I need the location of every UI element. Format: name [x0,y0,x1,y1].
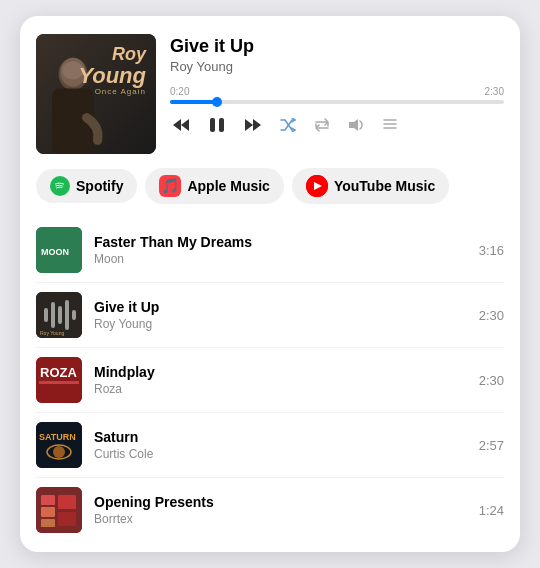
svg-rect-35 [41,507,55,517]
album-artist-young: Young [78,65,146,87]
svg-marker-8 [245,119,253,131]
track-item-title: Opening Presents [94,494,467,510]
track-item-duration: 2:57 [479,438,504,453]
progress-times: 0:20 2:30 [170,86,504,97]
track-item-info: Mindplay Roza [94,364,467,396]
svg-rect-6 [210,118,215,132]
apple-music-label: Apple Music [187,178,269,194]
total-time: 2:30 [485,86,504,97]
spotify-tab[interactable]: Spotify [36,169,137,203]
volume-button[interactable] [346,116,366,134]
track-item-title: Mindplay [94,364,467,380]
track-item-info: Opening Presents Borrtex [94,494,467,526]
queue-button[interactable] [380,116,400,134]
track-item-info: Faster Than My Dreams Moon [94,234,467,266]
spotify-label: Spotify [76,178,123,194]
track-item-artist: Roza [94,382,467,396]
album-art: Roy Young Once Again [36,34,156,154]
svg-rect-26 [36,357,82,403]
repeat-button[interactable] [312,116,332,134]
current-time: 0:20 [170,86,189,97]
track-item-duration: 2:30 [479,308,504,323]
svg-point-32 [53,446,65,458]
svg-text:MOON: MOON [41,247,69,257]
svg-rect-24 [72,310,76,320]
playback-controls [170,114,504,136]
album-text: Roy Young Once Again [78,44,146,96]
track-item-artist: Moon [94,252,467,266]
svg-text:ROZA: ROZA [40,365,77,380]
svg-rect-22 [58,306,62,324]
track-artist: Roy Young [170,59,504,74]
youtube-music-tab[interactable]: YouTube Music [292,168,449,204]
svg-rect-20 [44,308,48,322]
apple-music-icon: 🎵 [159,175,181,197]
main-card: Roy Young Once Again Give it Up Roy Youn… [20,16,520,552]
track-item-title: Saturn [94,429,467,445]
progress-section: 0:20 2:30 [170,86,504,104]
track-item-title: Give it Up [94,299,467,315]
track-item[interactable]: ROZA Mindplay Roza 2:30 [36,348,504,413]
svg-rect-34 [41,495,55,505]
track-item-info: Give it Up Roy Young [94,299,467,331]
svg-rect-36 [41,519,55,527]
album-artist-roy: Roy [78,44,146,65]
progress-thumb [212,97,222,107]
track-item-artist: Roy Young [94,317,467,331]
svg-point-14 [53,179,67,193]
svg-marker-9 [253,119,261,131]
svg-rect-23 [65,300,69,330]
track-item-artist: Curtis Cole [94,447,467,461]
now-playing-section: Roy Young Once Again Give it Up Roy Youn… [36,34,504,154]
shuffle-button[interactable] [278,116,298,134]
progress-bar[interactable] [170,100,504,104]
track-item-duration: 3:16 [479,243,504,258]
apple-music-tab[interactable]: 🎵 Apple Music [145,168,283,204]
service-tabs: Spotify 🎵 Apple Music YouTube Music [36,168,504,204]
track-item-artist: Borrtex [94,512,467,526]
track-item[interactable]: Opening Presents Borrtex 1:24 [36,478,504,542]
svg-marker-10 [349,119,358,131]
track-item[interactable]: MOON Faster Than My Dreams Moon 3:16 [36,218,504,283]
youtube-music-icon [306,175,328,197]
track-thumbnail: Roy Young [36,292,82,338]
svg-rect-21 [51,302,55,328]
svg-text:Roy Young: Roy Young [40,330,64,336]
track-title: Give it Up [170,36,504,57]
svg-marker-5 [181,119,189,131]
track-thumbnail: ROZA [36,357,82,403]
track-thumbnail: MOON [36,227,82,273]
track-item[interactable]: Roy Young Give it Up Roy Young 2:30 [36,283,504,348]
svg-marker-4 [173,119,181,131]
track-item[interactable]: SATURN Saturn Curtis Cole 2:57 [36,413,504,478]
progress-fill [170,100,217,104]
svg-rect-28 [39,381,79,384]
svg-rect-7 [219,118,224,132]
album-subtitle: Once Again [78,87,146,96]
track-info: Give it Up Roy Young 0:20 2:30 [170,34,504,136]
svg-rect-37 [58,495,76,509]
track-item-duration: 1:24 [479,503,504,518]
pause-button[interactable] [206,114,228,136]
track-thumbnail: SATURN [36,422,82,468]
fast-forward-button[interactable] [242,116,264,134]
track-thumbnail [36,487,82,533]
spotify-icon [50,176,70,196]
track-item-title: Faster Than My Dreams [94,234,467,250]
track-item-duration: 2:30 [479,373,504,388]
track-item-info: Saturn Curtis Cole [94,429,467,461]
track-list: MOON Faster Than My Dreams Moon 3:16 [36,218,504,542]
rewind-button[interactable] [170,116,192,134]
svg-text:SATURN: SATURN [39,432,76,442]
youtube-music-label: YouTube Music [334,178,435,194]
svg-rect-38 [58,512,76,526]
